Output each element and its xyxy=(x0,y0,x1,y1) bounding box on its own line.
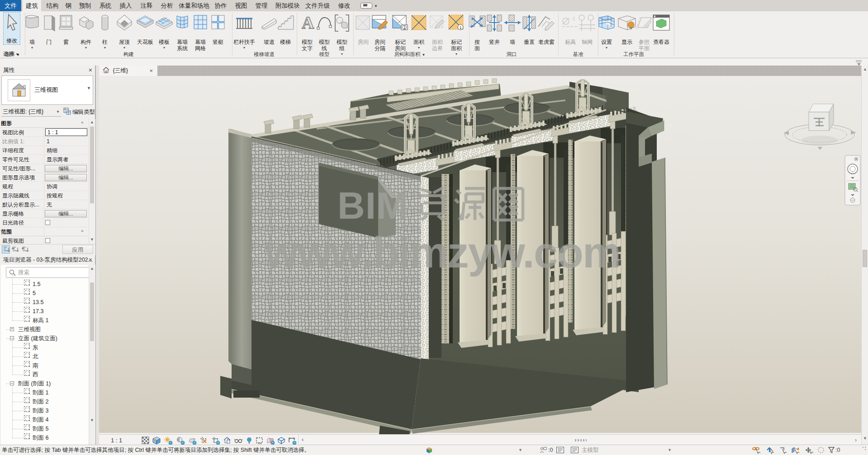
svg-text:A: A xyxy=(302,13,314,32)
svg-text:1: 1 xyxy=(403,25,406,30)
svg-text:-1: -1 xyxy=(571,16,575,21)
svg-text:1: 1 xyxy=(460,25,462,30)
svg-text:BIM: BIM xyxy=(337,184,408,227)
svg-text:www.bimzyw.com: www.bimzyw.com xyxy=(264,228,620,277)
svg-text:A: A xyxy=(12,247,14,250)
svg-text:A: A xyxy=(22,247,24,250)
